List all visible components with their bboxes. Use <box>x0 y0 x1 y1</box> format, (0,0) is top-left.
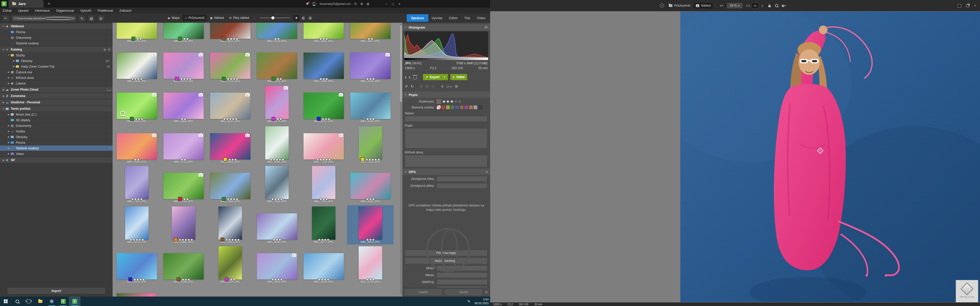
color-swatch-2[interactable] <box>446 105 450 109</box>
lock-zoom-button[interactable] <box>766 3 773 9</box>
sidebar-item-3d-objekty[interactable]: 3D objekty <box>0 117 113 123</box>
color-tag-brown[interactable] <box>221 238 224 241</box>
rating-stars[interactable]: ★★★★★ <box>442 99 462 104</box>
color-tag-blue[interactable] <box>129 277 132 281</box>
grid-cell[interactable]: ★★★IMG_4665.JPG <box>300 23 347 44</box>
save-button[interactable]: Uložit <box>404 289 442 295</box>
zoom-stepper[interactable]: ▲▼ <box>738 4 740 7</box>
grid-cell[interactable]: ★★IMG_4530.JPG <box>253 23 300 44</box>
photo-thumbnail[interactable]: ★★ <box>163 133 204 160</box>
sidebar-item-katalog[interactable]: ▼≡Katalog⊞⚙ <box>0 47 113 52</box>
color-tag-green[interactable] <box>272 77 275 81</box>
photo-thumbnail[interactable]: ★★ <box>350 23 391 39</box>
expand-arrow-icon[interactable]: ▶ <box>7 152 10 155</box>
sidebar-item-dokumenty[interactable]: ▤Dokumenty <box>0 35 113 40</box>
photo-thumbnail[interactable]: ★★★★★ <box>304 133 344 160</box>
sync-icon[interactable]: ↻ <box>354 2 357 6</box>
expand-arrow-icon[interactable]: ▶ <box>7 125 10 127</box>
grid-cell[interactable]: ★★★IMG_5626.JPG <box>347 51 394 84</box>
grid-cell[interactable]: ★★IMG_6722.JPG <box>160 132 207 164</box>
grid-cell[interactable]: ★★★★★IMG_6996.JPG <box>253 125 300 164</box>
view-tool-průzkumník[interactable]: ▱Průzkumník <box>183 14 207 21</box>
grid-cell[interactable]: ★★IMG_5352.JPG <box>253 51 300 84</box>
star-rating[interactable]: ★★★★★ <box>365 158 380 161</box>
settings-gear-icon[interactable]: ⚙ <box>360 2 363 6</box>
star-rating[interactable]: ★★★★ <box>180 77 191 81</box>
zoner-app-icon-active[interactable]: X <box>69 296 80 306</box>
taskbar-search-icon[interactable] <box>11 296 23 306</box>
preview-settings-button[interactable]: ▣⚙ <box>780 3 787 9</box>
menu-item-informace[interactable]: Informace <box>35 9 50 13</box>
expand-arrow-icon[interactable]: ▶ <box>12 65 15 68</box>
color-tag-green[interactable] <box>222 197 226 201</box>
zoom-tool-button[interactable] <box>773 3 780 9</box>
grid-cell[interactable]: ★★★★IMG_9051.JPG <box>113 252 160 284</box>
color-tag-brown[interactable] <box>177 277 180 281</box>
star-rating[interactable]: ★★★ <box>366 117 375 121</box>
zoom-level-input[interactable]: 29 % ▲▼ <box>727 3 743 9</box>
photo-thumbnail[interactable]: ★★★★★ <box>172 206 195 239</box>
copy-one-icon[interactable]: ① <box>432 84 435 88</box>
zoner-app-icon[interactable]: X <box>57 296 69 306</box>
star-rating[interactable]: ★★★ <box>181 277 190 281</box>
name-input[interactable] <box>405 116 488 122</box>
grid-cell[interactable]: ★★★★IMG_9462.JPG <box>253 252 300 284</box>
star-rating[interactable]: ★★★ <box>319 37 328 41</box>
copy-remove-icon[interactable]: ⊠ <box>426 84 429 88</box>
apps-grid-icon[interactable]: ⊞ <box>367 2 369 6</box>
preview-photo[interactable] <box>680 11 980 302</box>
star-rating[interactable]: ★★★ <box>319 77 328 81</box>
expand-arrow-icon[interactable]: ▶ <box>7 76 10 79</box>
color-swatch-4[interactable] <box>455 105 459 109</box>
color-swatch-8[interactable] <box>473 105 477 109</box>
grid-cell[interactable]: ★★★★★IMG_6037.JPG <box>207 91 253 124</box>
color-tag-green[interactable] <box>178 37 182 41</box>
layers-icon[interactable]: ▱ ▼ <box>447 84 452 88</box>
chrome-icon[interactable] <box>46 296 57 306</box>
star-rating[interactable]: ★★★ <box>321 117 330 121</box>
module-tab-vyvolat[interactable]: Vyvolat <box>428 14 446 22</box>
grid-cell[interactable]: ★★★★IMG_4511.JPG <box>207 23 253 44</box>
color-tag-green[interactable] <box>132 37 135 41</box>
sidebar-item-zoner-photo-cloud[interactable]: ▶☁Zoner Photo Cloud <box>0 87 113 92</box>
color-tag-blue[interactable] <box>317 117 321 121</box>
photo-thumbnail[interactable]: ★★★ <box>210 133 250 160</box>
grid-cell[interactable]: ★★★★IMG_7681.JPG <box>207 171 253 204</box>
star-rating[interactable]: ★★ <box>368 37 373 41</box>
sidebar-item-onedrive-personal[interactable]: ▶☁OneDrive - Personal <box>0 100 113 105</box>
star-rating[interactable]: ★★★★ <box>318 238 329 241</box>
view-tool-plný-náhled[interactable]: ⊞Plný náhled <box>227 14 251 21</box>
sidebar-item-tento-po-ta-[interactable]: ▼Tento počítač <box>0 106 113 111</box>
start-button[interactable] <box>0 296 11 306</box>
photo-thumbnail[interactable]: ★★★★ <box>312 206 336 239</box>
photo-thumbnail[interactable]: ★★★ <box>117 93 157 119</box>
grid-cell[interactable]: ★★★★IMG_7407.JPG <box>113 165 160 204</box>
grid-cell[interactable]: ★★★IMG_7955.JPG <box>300 165 347 204</box>
star-rating[interactable]: ★★★★★ <box>316 158 331 161</box>
grid-cell[interactable]: ★★★★IMG_5078.JPG <box>160 51 207 84</box>
photo-thumbnail[interactable]: ★★ <box>163 93 204 119</box>
color-tag-magenta[interactable] <box>225 277 229 281</box>
grid-cell[interactable]: ★★IMG_4256.JPG <box>113 23 160 44</box>
photo-thumbnail[interactable]: ★★★ <box>304 23 344 39</box>
photo-thumbnail[interactable]: ★★★ <box>350 93 391 119</box>
sidebar-item-lokace[interactable]: ▶◉Lokace <box>0 81 113 86</box>
fit-to-screen-button[interactable]: ⊡ <box>752 3 759 9</box>
star-rating[interactable]: ★★★ <box>366 238 375 241</box>
sidebar-item-m-stn-disk-c-[interactable]: ▶Místní disk (C:) <box>0 112 113 117</box>
columns-view-button[interactable]: ▥ <box>307 15 313 21</box>
grid-cell[interactable]: ★★★IMG_6311.JPG <box>300 91 347 124</box>
sidebar-item-videa[interactable]: ▶Videa <box>0 151 113 157</box>
keywords-textarea[interactable] <box>405 155 488 167</box>
footer-gear-icon[interactable]: ⚙ <box>485 290 488 295</box>
updown-icon[interactable]: ↕ <box>109 147 111 150</box>
color-tag-yellow[interactable] <box>361 157 364 161</box>
star-rating[interactable]: ★★★ <box>135 117 143 121</box>
gps-menu-icon[interactable]: ≡ <box>486 170 488 174</box>
refresh-button[interactable]: ↻ <box>78 15 86 22</box>
photo-thumbnail[interactable]: ★★★ <box>257 213 297 239</box>
menu-item-vytvořit[interactable]: Vytvořit <box>80 9 91 13</box>
prev-photo-button[interactable]: ‹ <box>405 75 406 79</box>
menu-item-organizovat[interactable]: Organizovat <box>56 9 74 13</box>
expand-arrow-icon[interactable]: ▶ <box>2 159 5 161</box>
